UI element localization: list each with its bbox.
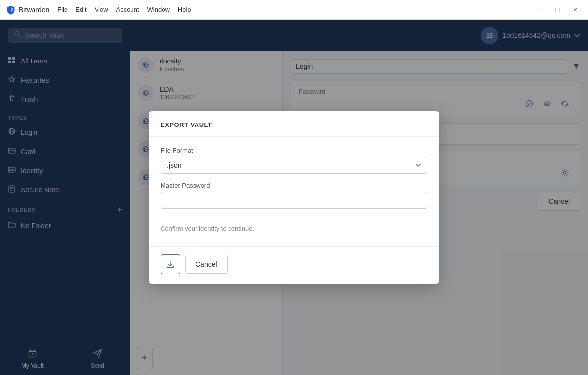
titlebar: Bitwarden File Edit View Account Window … [0, 0, 588, 20]
close-button[interactable]: × [568, 3, 582, 17]
modal-footer: Cancel [149, 246, 439, 284]
menu-help[interactable]: Help [178, 6, 191, 13]
modal-divider [161, 217, 427, 217]
menu-account[interactable]: Account [116, 6, 139, 13]
window-controls: − □ × [533, 3, 582, 17]
menu-edit[interactable]: Edit [75, 6, 86, 13]
master-password-label: Master Password [161, 182, 427, 189]
master-password-input[interactable] [161, 192, 427, 209]
file-format-select[interactable]: .json .csv Encrypted JSON [161, 157, 427, 174]
export-button[interactable] [161, 254, 180, 274]
modal-overlay: EXPORT VAULT File Format .json .csv Encr… [0, 20, 588, 375]
menu-bar: File Edit View Account Window Help [57, 6, 191, 13]
menu-file[interactable]: File [57, 6, 67, 13]
file-format-label: File Format [161, 147, 427, 154]
maximize-button[interactable]: □ [551, 3, 564, 17]
modal-body: File Format .json .csv Encrypted JSON Ma… [149, 137, 439, 246]
modal-title: EXPORT VAULT [149, 111, 439, 137]
app-logo: Bitwarden [6, 5, 49, 15]
minimize-button[interactable]: − [533, 3, 547, 17]
app-title: Bitwarden [19, 6, 49, 14]
modal-hint: Confirm your identity to continue. [161, 225, 427, 232]
modal-cancel-button[interactable]: Cancel [185, 255, 228, 274]
menu-view[interactable]: View [95, 6, 108, 13]
menu-window[interactable]: Window [147, 6, 170, 13]
export-vault-modal: EXPORT VAULT File Format .json .csv Encr… [149, 111, 439, 284]
